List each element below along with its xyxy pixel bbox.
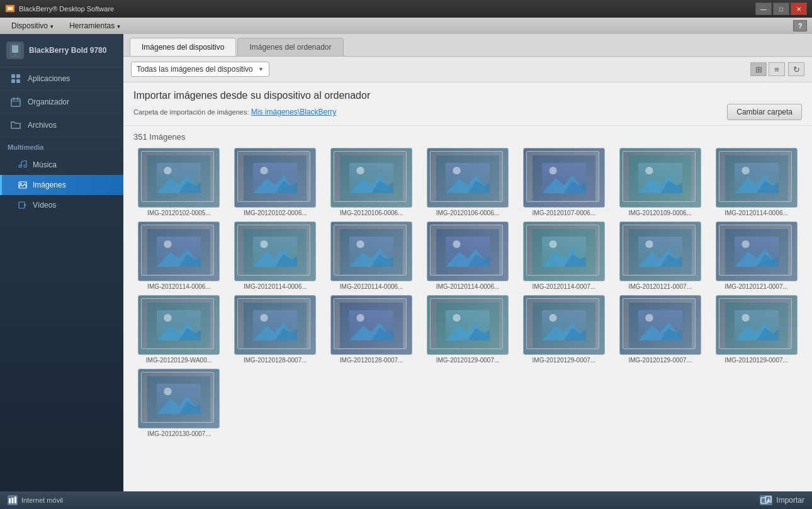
thumb-label: IMG-20120128-0007... <box>234 357 316 364</box>
sidebar-item-archivos[interactable]: Archivos <box>0 114 123 137</box>
main-container: BlackBerry Bold 9780 Aplicaciones <box>0 34 812 491</box>
import-label: Importar <box>776 496 804 505</box>
internet-movil-icon <box>8 495 18 505</box>
image-thumb-item[interactable]: IMG-20120129-0007... <box>422 295 514 364</box>
import-bottom-icon <box>760 495 772 505</box>
title-bar-left: BlackBerry® Desktop Software <box>5 4 114 14</box>
image-thumb-item[interactable]: IMG-20120109-0006... <box>614 148 706 216</box>
image-thumb-item[interactable]: IMG-20120129-0007... <box>518 295 609 364</box>
minimize-button[interactable]: — <box>755 3 772 15</box>
sidebar-item-musica[interactable]: Música <box>0 155 123 175</box>
image-thumb-item[interactable]: IMG-20120121-0007... <box>711 221 802 290</box>
image-thumb-item[interactable]: IMG-20120130-0007... <box>133 369 225 437</box>
herramientas-menu[interactable]: Herramientas <box>63 20 127 32</box>
sidebar-item-videos[interactable]: Vídeos <box>0 195 123 215</box>
image-thumb-item[interactable]: IMG-20120114-0006... <box>422 221 514 290</box>
image-thumb-item[interactable]: IMG-20120128-0007... <box>230 295 321 364</box>
aplicaciones-icon <box>10 73 21 84</box>
image-thumb-item[interactable]: IMG-20120128-0007... <box>326 295 417 364</box>
import-header: Importar imágenes desde su dispositivo a… <box>123 82 812 126</box>
svg-point-5 <box>14 54 16 56</box>
image-thumb-item[interactable]: IMG-20120102-0005... <box>133 148 225 216</box>
archivos-icon <box>10 120 21 131</box>
musica-label: Música <box>33 160 57 169</box>
refresh-button[interactable]: ↻ <box>788 62 804 76</box>
svg-rect-11 <box>11 99 20 106</box>
sidebar-item-imagenes[interactable]: Imágenes <box>0 175 123 195</box>
dispositivo-menu[interactable]: Dispositivo <box>5 20 60 32</box>
image-thumb-item[interactable]: IMG-20120106-0006... <box>422 148 514 216</box>
svg-point-81 <box>261 314 268 322</box>
svg-point-21 <box>164 167 172 174</box>
multimedia-heading: Multimedia <box>0 140 123 155</box>
help-button[interactable]: ? <box>793 20 807 31</box>
image-thumb-item[interactable]: IMG-20120106-0006... <box>326 148 417 216</box>
image-thumb-item[interactable]: IMG-20120129-0007... <box>614 295 706 364</box>
thumb-label: IMG-20120114-0006... <box>138 283 220 290</box>
tab-imagenes-dispositivo[interactable]: Imágenes del dispositivo <box>130 38 236 56</box>
videos-icon <box>18 200 28 210</box>
sidebar-item-organizador[interactable]: Organizador <box>0 91 123 114</box>
sidebar-item-aplicaciones[interactable]: Aplicaciones <box>0 67 123 91</box>
maximize-button[interactable]: □ <box>773 3 789 15</box>
svg-point-17 <box>20 183 22 185</box>
import-path-label: Carpeta de importación de imágenes: <box>133 108 249 116</box>
svg-rect-7 <box>11 74 15 78</box>
image-thumb-item[interactable]: IMG-20120129-0007... <box>711 295 802 364</box>
menu-bar: Dispositivo Herramientas ? <box>0 18 812 34</box>
thumb-label: IMG-20120106-0006... <box>427 210 509 216</box>
svg-rect-6 <box>13 45 17 45</box>
view-controls: ⊞ ≡ ↻ <box>750 62 804 76</box>
filter-label: Todas las imágenes del dispositivo <box>137 65 253 74</box>
image-thumb-item[interactable]: IMG-20120114-0007... <box>518 221 609 290</box>
svg-point-69 <box>645 240 653 248</box>
archivos-label: Archivos <box>28 121 57 130</box>
image-thumb-item[interactable]: IMG-20120114-0006... <box>711 148 802 216</box>
musica-icon <box>18 160 28 170</box>
change-folder-button[interactable]: Cambiar carpeta <box>727 104 802 120</box>
image-thumb-item[interactable]: IMG-20120102-0006... <box>230 148 321 216</box>
svg-point-15 <box>24 165 26 167</box>
svg-point-45 <box>742 167 749 174</box>
image-thumb-item[interactable]: IMG-20120121-0007... <box>614 221 706 290</box>
device-name: BlackBerry Bold 9780 <box>29 46 106 55</box>
image-thumb-item[interactable]: IMG-20120114-0006... <box>230 221 321 290</box>
aplicaciones-label: Aplicaciones <box>28 74 70 83</box>
filter-dropdown[interactable]: Todas las imágenes del dispositivo ▼ <box>131 62 269 77</box>
thumb-label: IMG-20120128-0007... <box>330 357 412 364</box>
title-bar-controls[interactable]: — □ ✕ <box>755 3 807 15</box>
status-left: Internet móvil <box>8 495 63 505</box>
thumb-label: IMG-20120121-0007... <box>619 283 701 290</box>
svg-point-41 <box>645 167 653 174</box>
image-thumb-item[interactable]: IMG-20120129-WA00... <box>133 295 225 364</box>
thumb-label: IMG-20120129-0007... <box>619 357 701 364</box>
thumb-label: IMG-20120107-0006... <box>523 210 605 216</box>
tabs-container: Imágenes del dispositivo Imágenes del or… <box>123 34 812 57</box>
list-view-button[interactable]: ≡ <box>769 62 785 76</box>
thumb-label: IMG-20120114-0006... <box>234 283 316 290</box>
svg-point-37 <box>549 167 556 174</box>
thumb-label: IMG-20120129-0007... <box>523 357 605 364</box>
image-thumb-item[interactable]: IMG-20120107-0006... <box>518 148 609 216</box>
svg-point-57 <box>357 240 364 248</box>
close-button[interactable]: ✕ <box>791 3 807 15</box>
svg-rect-110 <box>14 497 16 504</box>
svg-point-49 <box>164 240 172 248</box>
thumb-label: IMG-20120106-0006... <box>330 210 412 216</box>
import-bottom-button[interactable]: Importar <box>760 495 804 505</box>
device-header: BlackBerry Bold 9780 <box>0 34 123 67</box>
thumb-label: IMG-20120114-0006... <box>330 283 412 290</box>
tab-imagenes-ordenador[interactable]: Imágenes del ordenador <box>237 38 343 56</box>
svg-rect-108 <box>9 498 11 503</box>
svg-point-97 <box>645 314 653 322</box>
thumb-label: IMG-20120114-0006... <box>427 283 509 290</box>
image-thumb-item[interactable]: IMG-20120114-0006... <box>326 221 417 290</box>
svg-point-101 <box>742 314 749 322</box>
svg-rect-8 <box>16 74 20 78</box>
grid-view-button[interactable]: ⊞ <box>750 62 767 76</box>
import-path-link[interactable]: Mis imágenes\BlackBerry <box>251 108 336 116</box>
svg-rect-109 <box>12 498 14 503</box>
title-bar: BlackBerry® Desktop Software — □ ✕ <box>0 0 812 18</box>
thumb-label: IMG-20120130-0007... <box>138 430 220 437</box>
image-thumb-item[interactable]: IMG-20120114-0006... <box>133 221 225 290</box>
